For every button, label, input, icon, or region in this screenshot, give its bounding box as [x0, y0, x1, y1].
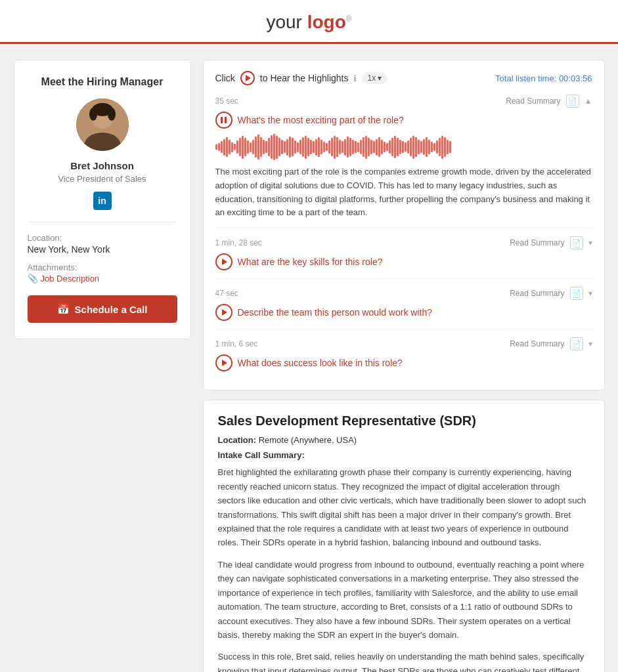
wave-bar — [257, 135, 259, 159]
chevron-down-icon-3[interactable]: ▾ — [588, 339, 592, 348]
wave-bar — [242, 136, 244, 159]
audio-item-1: 1 min, 28 sec Read Summary 📄 ▾ What are … — [215, 236, 592, 279]
play-button-3[interactable] — [215, 354, 232, 371]
wave-bar — [370, 140, 372, 154]
wave-bar — [215, 144, 217, 150]
audio-header: Click to Hear the Highlights ℹ 1x ▾ Tota… — [215, 71, 592, 85]
audio-item-header-0: 35 sec Read Summary 📄 ▲ — [215, 94, 592, 108]
job-paragraph-1: The ideal candidate would progress from … — [218, 558, 590, 642]
click-label: Click — [215, 73, 235, 83]
wave-bar — [263, 140, 265, 154]
page-header: your logo® — [0, 0, 618, 44]
linkedin-icon[interactable]: in — [93, 192, 112, 210]
wave-bar — [313, 141, 315, 153]
chevron-down-icon-1[interactable]: ▾ — [588, 238, 592, 247]
chevron-up-icon-0[interactable]: ▲ — [585, 96, 592, 106]
wave-bar — [244, 138, 246, 156]
pause-bar-left — [221, 117, 223, 123]
wave-bar — [397, 138, 399, 156]
wave-bar — [447, 140, 449, 154]
job-paragraph-2: Success in this role, Bret said, relies … — [218, 650, 590, 672]
schedule-call-label: Schedule a Call — [75, 304, 148, 315]
wave-bar — [415, 137, 417, 157]
audio-duration-0: 35 sec — [215, 96, 238, 106]
play-button-2[interactable] — [215, 304, 232, 321]
sidebar: Meet the Hiring Manager Bret Johnson Vic… — [14, 60, 191, 339]
location-field: Location: New York, New York — [28, 233, 177, 255]
audio-duration-3: 1 min, 6 sec — [215, 339, 258, 348]
audio-item-0: 35 sec Read Summary 📄 ▲ What's the most … — [215, 94, 592, 228]
audio-question-3[interactable]: What does success look like in this role… — [238, 358, 403, 368]
waveform-0 — [215, 134, 592, 160]
audio-row-2: Describe the team this person would work… — [215, 304, 592, 321]
avatar-image — [76, 98, 129, 151]
audio-row-1: What are the key skills for this role? — [215, 253, 592, 270]
wave-bar — [239, 138, 241, 156]
read-summary-2: Read Summary 📄 ▾ — [510, 287, 592, 300]
summary-icon-1[interactable]: 📄 — [570, 236, 583, 249]
wave-bar — [355, 141, 357, 153]
wave-bar — [226, 137, 228, 157]
intake-label: Intake Call Summary: — [218, 450, 305, 460]
hear-label: to Hear the Highlights — [260, 73, 349, 83]
wave-bar — [318, 137, 320, 157]
wave-bar — [363, 137, 364, 157]
wave-bar — [373, 141, 375, 153]
job-title: Sales Development Representative (SDR) — [218, 413, 590, 429]
job-section: Sales Development Representative (SDR) L… — [203, 400, 605, 672]
attachment-link[interactable]: 📎 Job Description — [28, 274, 177, 284]
read-summary-0: Read Summary 📄 ▲ — [506, 94, 592, 108]
play-button-1[interactable] — [215, 253, 232, 270]
audio-question-0[interactable]: What's the most exciting part of the rol… — [238, 115, 404, 125]
play-header-icon[interactable] — [240, 71, 255, 85]
wave-bar — [289, 136, 291, 158]
wave-bar — [444, 137, 446, 157]
audio-duration-1: 1 min, 28 sec — [215, 238, 262, 247]
summary-icon-2[interactable]: 📄 — [570, 287, 583, 300]
read-summary-3: Read Summary 📄 ▾ — [510, 337, 592, 350]
job-location-value: Remote (Anywhere, USA) — [259, 435, 357, 445]
wave-bar — [412, 136, 414, 159]
audio-item-header-2: 47 sec Read Summary 📄 ▾ — [215, 287, 592, 300]
audio-question-2[interactable]: Describe the team this person would work… — [238, 307, 432, 318]
wave-bar — [386, 143, 388, 151]
wave-bar — [365, 136, 367, 159]
summary-icon-0[interactable]: 📄 — [566, 94, 579, 108]
wave-bar — [310, 140, 312, 154]
total-time-label: Total listen time: — [495, 74, 556, 83]
wave-bar — [331, 138, 333, 156]
audio-item-header-1: 1 min, 28 sec Read Summary 📄 ▾ — [215, 236, 592, 249]
read-summary-label-0: Read Summary — [506, 96, 560, 106]
wave-bar — [428, 140, 430, 154]
schedule-call-button[interactable]: 📅 Schedule a Call — [28, 295, 177, 323]
logo-your: your — [266, 12, 301, 32]
wave-bar — [260, 137, 262, 157]
wave-bar — [218, 143, 220, 151]
wave-bar — [384, 142, 386, 152]
audio-section: Click to Hear the Highlights ℹ 1x ▾ Tota… — [203, 60, 605, 390]
wave-bar — [273, 134, 275, 160]
wave-bar — [431, 142, 433, 152]
wave-bar — [255, 136, 257, 158]
wave-bar — [223, 139, 225, 156]
wave-bar — [231, 142, 233, 152]
wave-bar — [389, 140, 391, 154]
wave-bar — [297, 142, 299, 152]
wave-bar — [284, 141, 286, 153]
audio-item-left-1: 1 min, 28 sec — [215, 238, 262, 247]
chevron-down-icon-2[interactable]: ▾ — [588, 289, 592, 298]
audio-question-1[interactable]: What are the key skills for this role? — [238, 257, 383, 267]
speed-badge[interactable]: 1x ▾ — [362, 72, 387, 84]
read-summary-1: Read Summary 📄 ▾ — [510, 236, 592, 249]
paperclip-icon: 📎 — [28, 274, 38, 284]
audio-item-left-2: 47 sec — [215, 289, 238, 298]
pause-button-0[interactable] — [215, 112, 232, 129]
wave-bar — [349, 138, 351, 156]
wave-bar — [344, 139, 346, 156]
summary-icon-3[interactable]: 📄 — [570, 337, 583, 350]
wave-bar — [276, 136, 278, 159]
attachments-label: Attachments: — [28, 262, 177, 272]
wave-bar — [418, 140, 420, 154]
logo: your logo® — [0, 12, 618, 33]
wave-bar — [265, 141, 267, 153]
